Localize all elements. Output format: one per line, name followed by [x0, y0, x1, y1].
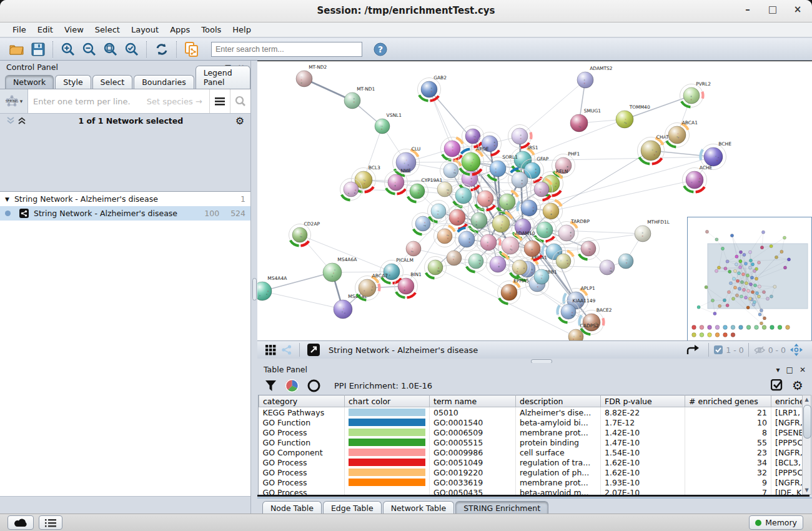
- network-node[interactable]: [462, 126, 484, 147]
- reset-charts-button[interactable]: [307, 379, 320, 392]
- network-node[interactable]: [437, 182, 452, 197]
- column-header-description[interactable]: description: [516, 395, 601, 407]
- table-row[interactable]: GO ComponentGO:0009986cell surface1.54E-…: [259, 447, 804, 457]
- panel-close-icon[interactable]: ✕: [800, 365, 806, 374]
- column-header-chart-color[interactable]: chart color: [345, 395, 430, 407]
- network-edge[interactable]: [429, 89, 452, 149]
- network-node[interactable]: [425, 257, 447, 279]
- column-header-FDR-p-value[interactable]: FDR p-value: [601, 395, 685, 407]
- splitter-grip[interactable]: [252, 278, 257, 300]
- network-node[interactable]: [508, 125, 532, 148]
- network-node[interactable]: [553, 251, 575, 272]
- filter-button[interactable]: [265, 380, 277, 392]
- scroll-up-arrow-icon[interactable]: ▲: [803, 395, 811, 404]
- open-session-button[interactable]: [6, 40, 27, 59]
- menu-file[interactable]: File: [7, 24, 31, 36]
- network-node[interactable]: MT-ND1: [344, 86, 375, 109]
- network-collection-row[interactable]: ▼ String Network - Alzheimer's disease 1: [0, 192, 250, 206]
- table-row[interactable]: GO ProcessGO:0051049regulation of tra...…: [259, 457, 804, 467]
- network-from-clipboard-button[interactable]: [181, 40, 202, 59]
- network-node[interactable]: [618, 254, 633, 269]
- refresh-button[interactable]: [151, 40, 172, 59]
- network-node[interactable]: MS4A4E: [334, 294, 367, 319]
- set-species-hint[interactable]: Set species →: [147, 97, 202, 106]
- network-node[interactable]: ABCA1: [665, 120, 698, 147]
- network-edge[interactable]: [300, 235, 392, 272]
- menu-edit[interactable]: Edit: [32, 24, 58, 36]
- cloud-button[interactable]: [7, 515, 34, 530]
- network-node[interactable]: [487, 253, 510, 276]
- network-node[interactable]: PVRL2: [680, 81, 711, 107]
- minimize-button[interactable]: –: [742, 4, 753, 15]
- network-node[interactable]: [521, 237, 544, 261]
- tab-select[interactable]: Select: [92, 75, 133, 89]
- export-network-button[interactable]: [683, 340, 704, 359]
- tree-expand-arrow-icon[interactable]: ▼: [5, 196, 9, 202]
- network-node[interactable]: [496, 191, 519, 214]
- table-horizontal-scrollbar[interactable]: [257, 495, 810, 497]
- network-canvas[interactable]: MT-ND2MT-ND1VSNL1GAB2IRS1SMUG1ADAMTS2TOM…: [257, 61, 812, 341]
- table-settings-gear-icon[interactable]: ⚙: [792, 378, 803, 393]
- scroll-down-arrow-icon[interactable]: ▼: [803, 486, 811, 494]
- network-node[interactable]: [452, 184, 475, 207]
- network-node[interactable]: [508, 169, 532, 192]
- menu-view[interactable]: View: [59, 24, 89, 36]
- network-node[interactable]: [509, 257, 531, 279]
- network-node[interactable]: GAB2: [418, 75, 447, 101]
- network-node[interactable]: APOE: [458, 146, 489, 175]
- network-node[interactable]: [531, 179, 553, 201]
- network-options-gear-icon[interactable]: ⚙: [235, 115, 244, 127]
- table-row[interactable]: GO ProcessGO:0019220regulation of ph...1…: [259, 467, 804, 477]
- network-node[interactable]: [600, 260, 615, 275]
- help-button[interactable]: ?: [370, 40, 391, 59]
- tab-network[interactable]: Network: [5, 75, 54, 89]
- column-header-term-name[interactable]: term name: [430, 395, 516, 407]
- table-row[interactable]: GO FunctionGO:0001540beta-amyloid bi...1…: [259, 417, 804, 427]
- memory-button[interactable]: Memory: [749, 515, 803, 530]
- column-header-enriched-genes[interactable]: enriched genes: [771, 395, 804, 407]
- table-tab-node-table[interactable]: Node Table: [262, 501, 322, 515]
- menu-select[interactable]: Select: [90, 24, 125, 36]
- network-node[interactable]: [412, 213, 434, 235]
- network-node[interactable]: SMUG1: [570, 108, 601, 132]
- panel-dock-icon[interactable]: ▾: [776, 365, 780, 374]
- network-node[interactable]: TOMM40: [616, 104, 650, 128]
- close-button[interactable]: ×: [792, 4, 803, 15]
- zoom-fit-button[interactable]: [100, 40, 121, 59]
- network-node[interactable]: MTHFD1L: [635, 219, 670, 242]
- menu-layout[interactable]: Layout: [126, 24, 164, 36]
- open-in-browser-button[interactable]: [305, 340, 322, 359]
- network-node[interactable]: [340, 179, 362, 201]
- string-protein-query-button[interactable]: STRING ▾: [0, 89, 28, 113]
- network-node[interactable]: [440, 160, 462, 182]
- network-edge[interactable]: [551, 180, 695, 211]
- table-row[interactable]: GO ProcessGO:0033619membrane prot...1.93…: [259, 477, 804, 487]
- birds-eye-overview[interactable]: [687, 217, 812, 341]
- panel-splitter-horizontal[interactable]: [257, 359, 812, 363]
- network-node[interactable]: VSNL1: [375, 112, 402, 134]
- zoom-selected-button[interactable]: [121, 40, 142, 59]
- menu-help[interactable]: Help: [227, 24, 256, 36]
- tab-style[interactable]: Style: [55, 75, 91, 89]
- grid-view-button[interactable]: [262, 340, 279, 359]
- tab-legend-panel[interactable]: Legend Panel: [196, 66, 250, 89]
- network-node[interactable]: CD2AP: [289, 221, 320, 246]
- network-node[interactable]: EPHA5: [498, 278, 530, 304]
- table-row[interactable]: KEGG Pathways05010Alzheimer's dise...8.8…: [259, 407, 804, 418]
- network-node[interactable]: [477, 231, 500, 254]
- network-node[interactable]: [406, 241, 421, 256]
- menu-apps[interactable]: Apps: [165, 24, 195, 36]
- network-node[interactable]: [517, 197, 540, 220]
- network-node[interactable]: MT-ND2: [296, 64, 327, 87]
- network-node[interactable]: [447, 251, 462, 266]
- zoom-in-button[interactable]: [57, 40, 79, 59]
- expand-all-icon[interactable]: [17, 117, 26, 124]
- network-row-selected[interactable]: String Network - Alzheimer's disease 100…: [0, 206, 250, 221]
- network-node[interactable]: [434, 226, 456, 247]
- search-input[interactable]: [211, 42, 362, 57]
- network-node[interactable]: ADAMTS2: [577, 66, 613, 88]
- network-node[interactable]: [534, 269, 549, 284]
- network-node[interactable]: [474, 187, 497, 211]
- collapse-all-icon[interactable]: [6, 117, 15, 124]
- network-node[interactable]: [540, 200, 563, 223]
